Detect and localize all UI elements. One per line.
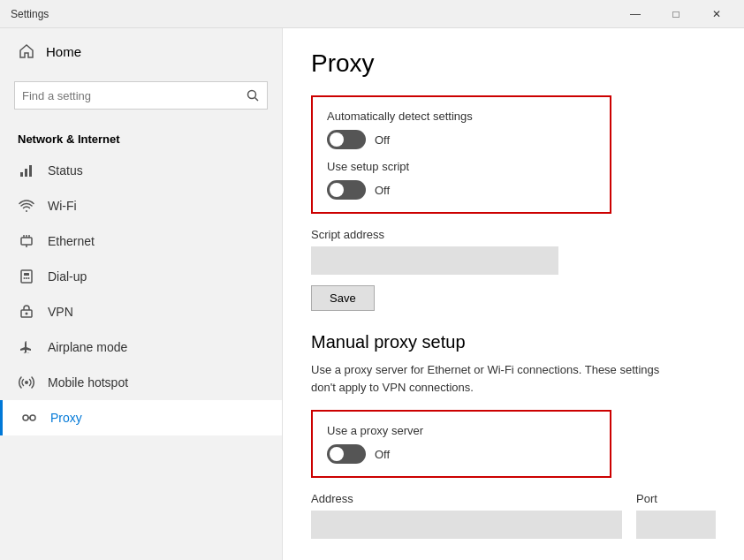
manual-proxy-description: Use a proxy server for Ethernet or Wi-Fi… bbox=[311, 361, 682, 396]
script-address-input[interactable] bbox=[311, 246, 558, 275]
address-field: Address bbox=[311, 492, 622, 539]
svg-line-1 bbox=[255, 98, 259, 102]
port-input[interactable] bbox=[636, 511, 716, 539]
sidebar-item-airplane[interactable]: Airplane mode bbox=[0, 329, 282, 365]
home-label: Home bbox=[46, 44, 81, 59]
detect-toggle-state: Off bbox=[375, 133, 390, 147]
address-port-row: Address Port bbox=[311, 492, 716, 539]
script-toggle-row: Off bbox=[327, 180, 596, 200]
sidebar-item-status-label: Status bbox=[48, 163, 83, 178]
status-icon bbox=[18, 162, 35, 179]
page-title: Proxy bbox=[311, 49, 716, 78]
titlebar-controls: — □ ✕ bbox=[615, 0, 737, 28]
script-toggle[interactable] bbox=[327, 180, 366, 200]
dialup-icon bbox=[18, 268, 35, 285]
manual-proxy-heading: Manual proxy setup bbox=[311, 332, 716, 352]
sidebar-item-proxy[interactable]: Proxy bbox=[0, 400, 282, 435]
port-label: Port bbox=[636, 492, 716, 505]
search-input[interactable] bbox=[15, 86, 239, 106]
svg-point-14 bbox=[28, 277, 30, 279]
script-toggle-thumb bbox=[330, 183, 344, 197]
home-icon bbox=[18, 42, 35, 60]
search-button[interactable] bbox=[239, 81, 267, 110]
titlebar: Settings — □ ✕ bbox=[0, 0, 744, 28]
setup-script-label: Use setup script bbox=[327, 160, 596, 173]
script-toggle-state: Off bbox=[375, 184, 390, 197]
sidebar-item-dialup[interactable]: Dial-up bbox=[0, 259, 282, 294]
sidebar-item-ethernet[interactable]: Ethernet bbox=[0, 223, 282, 259]
sidebar-item-vpn[interactable]: VPN bbox=[0, 294, 282, 329]
proxy-toggle-track bbox=[327, 444, 366, 464]
detect-settings-label: Automatically detect settings bbox=[327, 110, 596, 123]
svg-point-19 bbox=[30, 415, 35, 420]
close-button[interactable]: ✕ bbox=[696, 0, 737, 28]
svg-rect-4 bbox=[29, 165, 32, 177]
svg-rect-5 bbox=[21, 238, 32, 245]
hotspot-icon bbox=[18, 374, 35, 391]
vpn-icon bbox=[18, 303, 35, 321]
proxy-toggle-row: Off bbox=[327, 444, 596, 464]
proxy-toggle-state: Off bbox=[375, 448, 390, 461]
svg-point-18 bbox=[23, 415, 28, 420]
airplane-icon bbox=[18, 338, 35, 356]
app-container: Home Network & Internet Status bbox=[0, 28, 744, 560]
detect-toggle[interactable] bbox=[327, 130, 366, 149]
svg-point-12 bbox=[24, 277, 26, 279]
script-address-label: Script address bbox=[311, 228, 716, 241]
script-address-section: Script address bbox=[311, 228, 716, 275]
address-label: Address bbox=[311, 492, 622, 505]
detect-toggle-track bbox=[327, 130, 366, 149]
search-box[interactable] bbox=[14, 81, 268, 110]
save-button[interactable]: Save bbox=[311, 285, 375, 311]
script-toggle-track bbox=[327, 180, 366, 200]
address-input[interactable] bbox=[311, 511, 622, 539]
svg-point-17 bbox=[25, 381, 28, 384]
use-proxy-section: Use a proxy server Off bbox=[311, 410, 611, 478]
minimize-button[interactable]: — bbox=[615, 0, 656, 28]
use-proxy-label: Use a proxy server bbox=[327, 424, 596, 437]
proxy-icon bbox=[20, 409, 38, 427]
wifi-icon bbox=[18, 197, 35, 215]
svg-rect-2 bbox=[20, 172, 23, 177]
ethernet-icon bbox=[18, 232, 35, 250]
detect-toggle-row: Off bbox=[327, 130, 596, 149]
sidebar-item-wifi[interactable]: Wi-Fi bbox=[0, 188, 282, 223]
sidebar-item-hotspot-label: Mobile hotspot bbox=[48, 375, 128, 390]
sidebar-section-title: Network & Internet bbox=[0, 124, 282, 153]
svg-point-16 bbox=[26, 313, 28, 315]
svg-point-0 bbox=[248, 91, 256, 99]
sidebar-item-wifi-label: Wi-Fi bbox=[48, 199, 77, 213]
sidebar-item-hotspot[interactable]: Mobile hotspot bbox=[0, 365, 282, 400]
sidebar-item-airplane-label: Airplane mode bbox=[48, 340, 127, 354]
port-field: Port bbox=[636, 492, 716, 539]
proxy-toggle-thumb bbox=[330, 447, 344, 461]
proxy-toggle[interactable] bbox=[327, 444, 366, 464]
sidebar: Home Network & Internet Status bbox=[0, 28, 283, 560]
svg-rect-3 bbox=[25, 169, 27, 177]
sidebar-item-dialup-label: Dial-up bbox=[48, 269, 87, 284]
auto-proxy-section: Automatically detect settings Off Use se… bbox=[311, 95, 611, 214]
sidebar-item-home[interactable]: Home bbox=[0, 28, 282, 74]
detect-toggle-thumb bbox=[330, 132, 344, 147]
sidebar-item-status[interactable]: Status bbox=[0, 153, 282, 188]
svg-point-13 bbox=[26, 277, 27, 279]
main-content: Proxy Automatically detect settings Off … bbox=[283, 28, 744, 560]
titlebar-title: Settings bbox=[11, 8, 49, 20]
sidebar-item-ethernet-label: Ethernet bbox=[48, 234, 95, 248]
sidebar-item-vpn-label: VPN bbox=[48, 305, 73, 319]
maximize-button[interactable]: □ bbox=[656, 0, 696, 28]
sidebar-item-proxy-label: Proxy bbox=[50, 411, 82, 425]
svg-rect-10 bbox=[21, 270, 32, 283]
svg-rect-11 bbox=[24, 273, 29, 276]
